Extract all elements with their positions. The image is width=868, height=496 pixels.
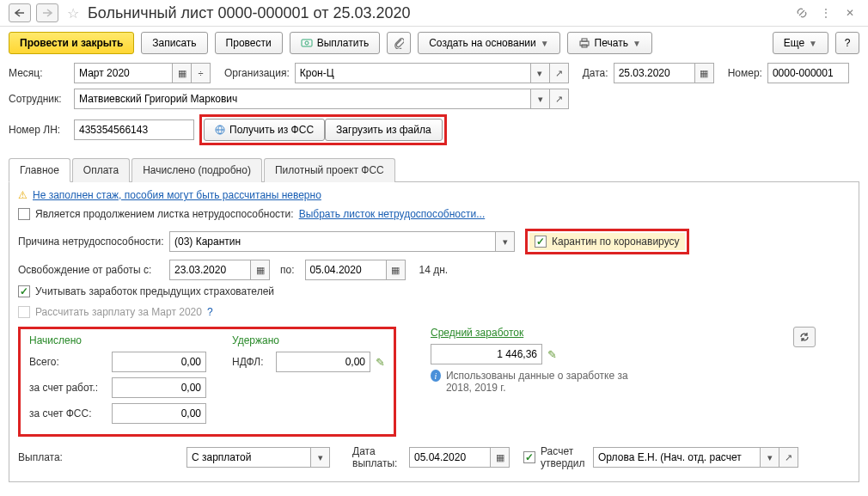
withheld-title: Удержано: [232, 334, 279, 346]
ln-input[interactable]: [74, 119, 194, 140]
refresh-button[interactable]: [793, 327, 816, 347]
continuation-checkbox[interactable]: [18, 208, 30, 220]
approver-input[interactable]: [593, 447, 761, 468]
calc-salary-help[interactable]: ?: [207, 306, 213, 318]
employee-label: Сотрудник:: [9, 93, 69, 105]
dropdown-icon[interactable]: ▾: [311, 447, 330, 468]
period-to-input[interactable]: [305, 260, 387, 280]
payout-label: Выплата:: [18, 451, 70, 463]
dropdown-icon[interactable]: ▾: [531, 89, 550, 109]
calendar-icon[interactable]: ▦: [251, 260, 270, 280]
calendar-icon[interactable]: ▦: [695, 63, 714, 83]
accrued-title: Начислено: [29, 334, 107, 346]
print-label: Печать: [595, 37, 628, 49]
cause-label: Причина нетрудоспособности:: [18, 236, 164, 248]
open-icon[interactable]: ↗: [550, 89, 569, 109]
avg-input[interactable]: [431, 344, 542, 364]
open-icon[interactable]: ↗: [550, 63, 569, 83]
kebab-menu-icon[interactable]: ⋮: [816, 3, 835, 22]
pencil-icon[interactable]: ✎: [376, 356, 385, 369]
create-based-button[interactable]: Создать на основании ▼: [418, 32, 559, 54]
choose-sheet-link[interactable]: Выбрать листок нетрудоспособности...: [299, 208, 486, 220]
total-label: Всего:: [29, 356, 107, 368]
calendar-icon[interactable]: ▦: [387, 260, 406, 280]
save-button[interactable]: Записать: [141, 32, 207, 54]
payout-input[interactable]: [186, 447, 311, 468]
nav-forward-button[interactable]: [36, 3, 58, 22]
money-icon: [301, 38, 313, 48]
nav-back-button[interactable]: [9, 3, 31, 22]
open-icon[interactable]: ↗: [779, 447, 798, 468]
print-button[interactable]: Печать ▼: [567, 32, 652, 54]
more-label: Еще: [784, 37, 804, 49]
dropdown-icon[interactable]: ▾: [761, 447, 779, 468]
calc-salary-checkbox: [18, 306, 30, 318]
submit-close-button[interactable]: Провести и закрыть: [9, 32, 134, 54]
month-input[interactable]: [74, 63, 173, 83]
pay-button[interactable]: Выплатить: [290, 32, 381, 54]
avg-earnings-link[interactable]: Средний заработок: [431, 327, 523, 339]
attach-button[interactable]: [387, 32, 411, 54]
days-text: 14 дн.: [419, 264, 449, 276]
approved-label: Расчет утвердил: [541, 445, 588, 469]
page-title: Больничный лист 0000-000001 от 25.03.202…: [88, 4, 787, 22]
load-file-button[interactable]: Загрузить из файла: [325, 119, 443, 141]
prev-insurers-checkbox[interactable]: [18, 285, 30, 297]
calendar-icon[interactable]: ▦: [173, 63, 192, 83]
chevron-down-icon: ▼: [633, 39, 641, 48]
covid-label: Карантин по коронавирусу: [552, 236, 680, 248]
svg-rect-3: [582, 39, 587, 41]
tab-accrued-detail[interactable]: Начислено (подробно): [131, 158, 262, 182]
svg-point-1: [305, 41, 309, 45]
stepper-icon[interactable]: ÷: [192, 63, 211, 83]
help-button[interactable]: ?: [835, 32, 859, 54]
paydate-label: Дата выплаты:: [352, 445, 404, 469]
refresh-icon: [798, 331, 810, 343]
period-from-input[interactable]: [169, 260, 251, 280]
month-label: Месяц:: [9, 67, 69, 79]
calc-salary-label: Рассчитать зарплату за Март 2020: [35, 306, 202, 318]
period-to-label: по:: [280, 264, 295, 276]
dropdown-icon[interactable]: ▾: [531, 63, 550, 83]
get-fss-button[interactable]: Получить из ФСС: [204, 119, 325, 141]
employee-input[interactable]: [74, 89, 531, 109]
covid-checkbox[interactable]: [535, 236, 547, 248]
warning-icon: ⚠: [18, 189, 28, 201]
tab-main[interactable]: Главное: [9, 158, 70, 182]
org-label: Организация:: [224, 67, 290, 79]
date-label: Дата:: [583, 67, 608, 79]
globe-icon: [215, 125, 225, 135]
chevron-down-icon: ▼: [541, 39, 549, 48]
svg-rect-0: [302, 40, 312, 46]
ln-label: Номер ЛН:: [9, 124, 69, 136]
total-input[interactable]: [112, 352, 206, 372]
period-from-label: Освобождение от работы с:: [18, 264, 164, 276]
cause-input[interactable]: [169, 231, 496, 252]
ndfl-label: НДФЛ:: [232, 356, 271, 368]
dropdown-icon[interactable]: ▾: [496, 231, 515, 252]
continuation-label: Является продолжением листка нетрудоспос…: [35, 208, 294, 220]
pencil-icon[interactable]: ✎: [547, 348, 557, 361]
paperclip-icon: [394, 37, 404, 49]
more-button[interactable]: Еще ▼: [773, 32, 828, 54]
close-icon[interactable]: ✕: [840, 3, 859, 22]
approved-checkbox[interactable]: [523, 451, 535, 463]
employer-input[interactable]: [112, 377, 206, 398]
link-icon[interactable]: [792, 3, 811, 22]
tab-payment[interactable]: Оплата: [72, 158, 130, 182]
warning-link[interactable]: Не заполнен стаж, пособия могут быть рас…: [33, 189, 321, 201]
ndfl-input[interactable]: [276, 352, 370, 372]
calendar-icon[interactable]: ▦: [491, 447, 510, 468]
tab-pilot-fss[interactable]: Пилотный проект ФСС: [264, 158, 395, 182]
arrow-left-icon: [15, 9, 25, 17]
info-text: Использованы данные о заработке за 2018,…: [446, 370, 654, 394]
number-input[interactable]: [767, 63, 849, 83]
number-label: Номер:: [728, 67, 762, 79]
fss-label: за счет ФСС:: [29, 407, 107, 419]
org-input[interactable]: [295, 63, 531, 83]
date-input[interactable]: [614, 63, 695, 83]
fss-input[interactable]: [112, 403, 206, 424]
favorite-star-icon[interactable]: ☆: [67, 5, 79, 21]
paydate-input[interactable]: [409, 447, 491, 468]
post-button[interactable]: Провести: [215, 32, 283, 54]
